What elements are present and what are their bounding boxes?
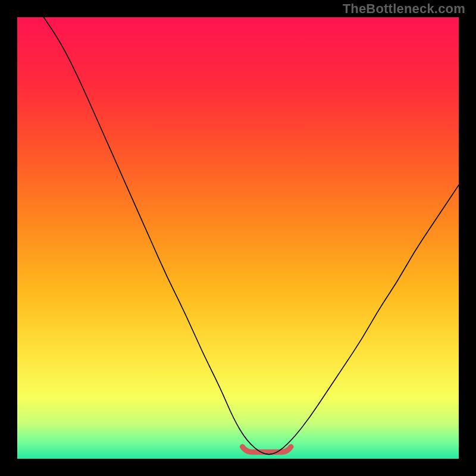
gradient-background [17,17,459,459]
plot-area [17,17,459,459]
watermark-label: TheBottleneck.com [343,1,465,17]
bottleneck-chart [17,17,459,459]
chart-frame: TheBottleneck.com [0,0,476,476]
